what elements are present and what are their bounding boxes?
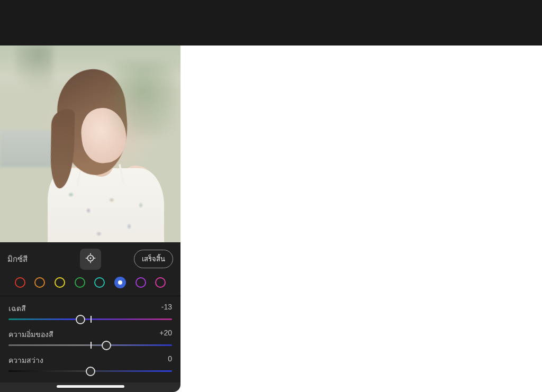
divider (0, 296, 180, 296)
target-icon (85, 252, 96, 266)
color-swatch-red[interactable] (15, 277, 25, 288)
svg-point-1 (89, 257, 91, 259)
luminance-value: 0 (168, 354, 172, 366)
saturation-slider[interactable]: ความอิ่มของสี +20 (8, 329, 172, 346)
targeted-adjustment-button[interactable] (80, 249, 101, 270)
color-swatch-purple[interactable] (136, 277, 146, 288)
hue-thumb[interactable] (76, 315, 85, 324)
color-swatch-green[interactable] (75, 277, 85, 288)
color-swatch-orange[interactable] (34, 277, 45, 288)
done-button[interactable]: เสร็จสิ้น (134, 250, 173, 268)
hue-value: -13 (161, 303, 172, 314)
luminance-label: ความสว่าง (8, 354, 43, 366)
hue-slider[interactable]: เฉดสี -13 (8, 303, 172, 320)
slider-center-tick (91, 316, 92, 323)
luminance-slider[interactable]: ความสว่าง 0 (8, 354, 172, 372)
saturation-label: ความอิ่มของสี (8, 329, 53, 340)
sliders-group: เฉดสี -13 ความอิ่มของสี +20 (0, 296, 180, 382)
saturation-value: +20 (159, 329, 172, 340)
slider-center-tick (91, 342, 92, 349)
saturation-thumb[interactable] (102, 341, 111, 350)
saturation-track[interactable] (8, 344, 172, 346)
hue-track[interactable] (8, 318, 172, 320)
editor-phone-frame: มิกซ์สี เสร็จสิ้น (0, 45, 180, 392)
photo-preview[interactable] (0, 45, 180, 242)
color-swatch-blue[interactable] (114, 277, 126, 288)
hue-label: เฉดสี (8, 303, 26, 314)
luminance-track[interactable] (8, 370, 172, 372)
panel-title: มิกซ์สี (7, 253, 28, 266)
color-swatch-row (0, 274, 180, 296)
color-swatch-magenta[interactable] (155, 277, 166, 288)
color-mix-panel: มิกซ์สี เสร็จสิ้น (0, 242, 180, 382)
app-top-bar (0, 0, 542, 45)
color-swatch-yellow[interactable] (55, 277, 65, 288)
home-indicator[interactable] (57, 385, 124, 388)
luminance-thumb[interactable] (86, 367, 95, 376)
color-swatch-aqua[interactable] (94, 277, 105, 288)
